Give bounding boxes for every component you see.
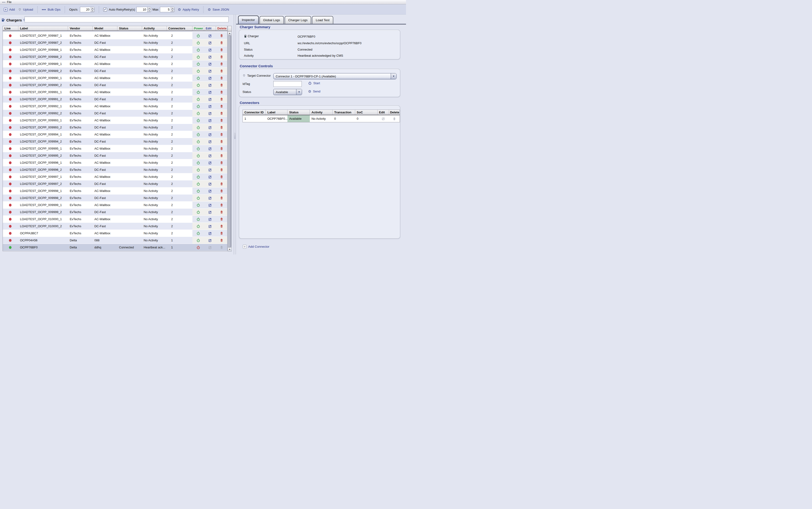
charger-row[interactable]: LOADTEST_OCPP_010000_2 EvTechs DC-Fast N… bbox=[3, 223, 227, 230]
delete-button[interactable] bbox=[216, 54, 227, 60]
charger-row[interactable]: OCPP04A56 Delta 088 No Activity 1 bbox=[3, 237, 227, 244]
apply-retry-button[interactable]: ⚙ Apply Retry bbox=[178, 8, 199, 11]
charger-row[interactable]: LOADTEST_OCPP_009994_2 EvTechs DC-Fast N… bbox=[3, 138, 227, 145]
power-button[interactable] bbox=[193, 195, 204, 201]
edit-button[interactable] bbox=[204, 209, 216, 215]
edit-button[interactable] bbox=[204, 195, 216, 201]
edit-button[interactable] bbox=[204, 152, 216, 159]
power-button[interactable] bbox=[193, 230, 204, 237]
delete-button[interactable] bbox=[216, 237, 227, 244]
delete-button[interactable] bbox=[216, 180, 227, 187]
spin-down-button[interactable]: ▼ bbox=[91, 10, 95, 12]
delete-button[interactable] bbox=[389, 115, 400, 122]
power-button[interactable] bbox=[193, 223, 204, 230]
scroll-up-button[interactable]: ▲ bbox=[228, 32, 232, 35]
panel-splitter[interactable] bbox=[234, 14, 236, 254]
power-button[interactable] bbox=[193, 173, 204, 180]
charger-row[interactable]: LOADTEST_OCPP_009996_1 EvTechs AC-Wallbo… bbox=[3, 159, 227, 166]
delete-button[interactable] bbox=[216, 159, 227, 166]
menu-file[interactable]: File bbox=[7, 0, 11, 4]
delete-button[interactable] bbox=[216, 138, 227, 145]
edit-button[interactable] bbox=[204, 188, 216, 194]
edit-button[interactable] bbox=[204, 237, 216, 244]
edit-button[interactable] bbox=[204, 61, 216, 67]
chargers-scrollbar[interactable]: ▲ ▼ bbox=[228, 31, 232, 251]
column-header-status[interactable]: Status bbox=[117, 26, 142, 31]
tab-charger-logs[interactable]: Charger Logs bbox=[284, 16, 311, 24]
delete-button[interactable] bbox=[216, 131, 227, 138]
edit-button[interactable] bbox=[204, 145, 216, 152]
start-button[interactable]: Start bbox=[308, 81, 320, 85]
delete-button[interactable] bbox=[216, 74, 227, 81]
edit-button[interactable] bbox=[204, 159, 216, 166]
delete-button[interactable] bbox=[216, 173, 227, 180]
power-button[interactable] bbox=[193, 103, 204, 110]
delete-button[interactable] bbox=[216, 188, 227, 194]
edit-button[interactable] bbox=[204, 138, 216, 145]
power-button[interactable] bbox=[193, 74, 204, 81]
power-button[interactable] bbox=[193, 145, 204, 152]
tab-global-logs[interactable]: Global Logs bbox=[260, 16, 284, 24]
delete-button[interactable] bbox=[216, 145, 227, 152]
power-button[interactable] bbox=[193, 202, 204, 208]
power-button[interactable] bbox=[193, 39, 204, 46]
power-button[interactable] bbox=[193, 188, 204, 194]
charger-row[interactable]: OCPP76BF0 Delta ddhq Connected Heartbeat… bbox=[3, 244, 227, 251]
power-button[interactable] bbox=[193, 32, 204, 39]
power-button[interactable] bbox=[193, 54, 204, 60]
power-button[interactable] bbox=[193, 237, 204, 244]
tab-load-test[interactable]: Load Test bbox=[312, 16, 333, 24]
delete-button[interactable] bbox=[216, 68, 227, 74]
delete-button[interactable] bbox=[216, 166, 227, 173]
power-button[interactable] bbox=[193, 117, 204, 124]
column-header-power[interactable]: Power bbox=[193, 26, 204, 31]
edit-button[interactable] bbox=[204, 244, 216, 251]
delete-button[interactable] bbox=[216, 110, 227, 117]
edit-button[interactable] bbox=[204, 117, 216, 124]
power-button[interactable] bbox=[193, 89, 204, 96]
retry-input[interactable] bbox=[136, 7, 147, 12]
power-button[interactable] bbox=[193, 61, 204, 67]
splitter-handle[interactable] bbox=[234, 133, 235, 139]
column-header-edit[interactable]: Edit bbox=[204, 26, 216, 31]
delete-button[interactable] bbox=[216, 81, 227, 89]
delete-button[interactable] bbox=[216, 32, 227, 39]
column-header-delete[interactable]: Delete bbox=[216, 26, 227, 31]
delete-button[interactable] bbox=[216, 124, 227, 131]
delete-button[interactable] bbox=[216, 230, 227, 237]
ops-per-sec-input[interactable] bbox=[80, 7, 91, 12]
charger-row[interactable]: LOADTEST_OCPP_009989_1 EvTechs AC-Wallbo… bbox=[3, 61, 227, 68]
power-button[interactable] bbox=[193, 216, 204, 223]
power-button[interactable] bbox=[193, 244, 204, 251]
power-button[interactable] bbox=[193, 46, 204, 53]
edit-button[interactable] bbox=[204, 124, 216, 131]
add-button[interactable]: + Add bbox=[4, 8, 15, 11]
edit-button[interactable] bbox=[204, 180, 216, 187]
column-header-transaction[interactable]: Transaction bbox=[333, 110, 355, 115]
search-input[interactable] bbox=[25, 16, 229, 22]
edit-button[interactable] bbox=[204, 166, 216, 173]
charger-row[interactable]: LOADTEST_OCPP_009988_1 EvTechs AC-Wallbo… bbox=[3, 46, 227, 54]
charger-row[interactable]: LOADTEST_OCPP_009993_2 EvTechs DC-Fast N… bbox=[3, 124, 227, 131]
scrollbar-thumb[interactable] bbox=[228, 36, 231, 247]
edit-button[interactable] bbox=[204, 68, 216, 74]
column-header-live[interactable]: Live bbox=[3, 26, 19, 31]
power-button[interactable] bbox=[193, 159, 204, 166]
spin-down-button[interactable]: ▼ bbox=[147, 10, 151, 12]
column-header-label[interactable]: Label bbox=[19, 26, 68, 31]
target-connector-select[interactable]: Connector 1 - OCPP76BF0-CP-1 (Available)… bbox=[273, 73, 397, 79]
charger-row[interactable]: LOADTEST_OCPP_009996_2 EvTechs DC-Fast N… bbox=[3, 166, 227, 173]
power-button[interactable] bbox=[193, 110, 204, 117]
edit-button[interactable] bbox=[204, 96, 216, 103]
charger-row[interactable]: LOADTEST_OCPP_009987_1 EvTechs AC-Wallbo… bbox=[3, 32, 227, 39]
charger-row[interactable]: LOADTEST_OCPP_009998_1 EvTechs AC-Wallbo… bbox=[3, 188, 227, 195]
column-header-connectors[interactable]: Connectors bbox=[167, 26, 193, 31]
power-button[interactable] bbox=[193, 124, 204, 131]
delete-button[interactable] bbox=[216, 195, 227, 201]
charger-row[interactable]: LOADTEST_OCPP_009997_2 EvTechs DC-Fast N… bbox=[3, 180, 227, 188]
power-button[interactable] bbox=[193, 152, 204, 159]
column-header-connector-id[interactable]: Connector ID bbox=[243, 110, 266, 115]
power-button[interactable] bbox=[193, 96, 204, 103]
status-select[interactable]: Available ▼ bbox=[273, 89, 302, 95]
edit-button[interactable] bbox=[204, 202, 216, 208]
